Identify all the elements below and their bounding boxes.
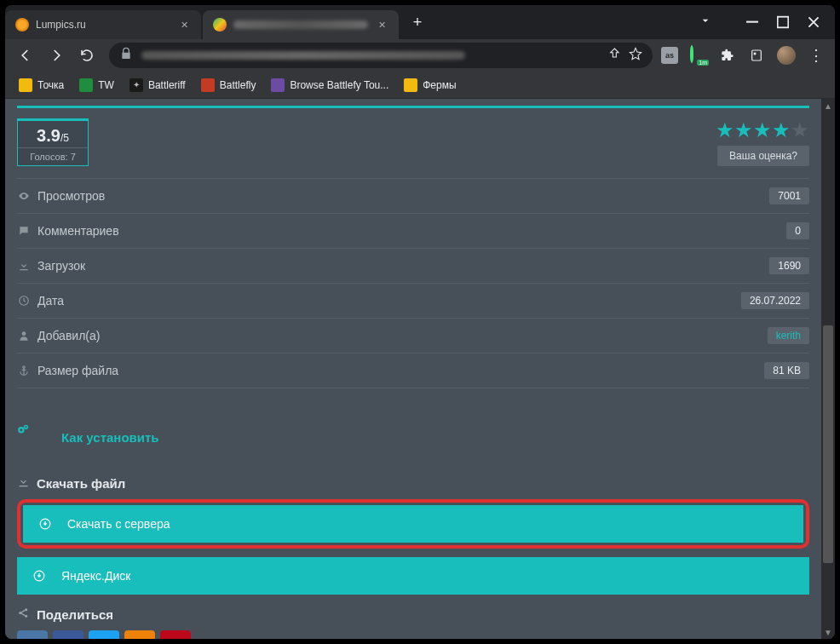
eye-icon <box>17 189 31 203</box>
forward-button[interactable] <box>43 42 70 69</box>
folder-icon <box>404 78 417 92</box>
extension-green[interactable]: 1m <box>690 47 707 64</box>
omnibox[interactable] <box>109 43 653 68</box>
rating-score-box: 3.9/5 Голосов: 7 <box>17 118 89 166</box>
bookmarks-bar: Точка TW ✦ Battleriff Battlefly Browse B… <box>5 72 835 99</box>
tab-title-blurred <box>233 20 368 29</box>
menu-icon[interactable]: ⋮ <box>808 46 825 65</box>
svg-point-5 <box>22 331 26 336</box>
scroll-up-icon[interactable]: ▲ <box>821 99 835 112</box>
svg-point-10 <box>25 426 26 428</box>
info-row-comments: Комментариев 0 <box>17 214 809 249</box>
info-row-filesize: Размер файла 81 KB <box>17 354 809 388</box>
share-icon <box>17 607 30 622</box>
viewport: 3.9/5 Голосов: 7 ★★★★★ Ваша оценка? Прос… <box>5 99 835 639</box>
share-tw-button[interactable] <box>89 630 119 639</box>
download-yandex-button[interactable]: Яндекс.Диск <box>17 557 809 595</box>
window-close-button[interactable] <box>808 16 820 28</box>
bookmark-tw[interactable]: TW <box>72 75 121 95</box>
site-icon <box>271 78 285 92</box>
window-minimize-button[interactable] <box>746 16 758 28</box>
how-install-label: Как установить <box>61 430 159 445</box>
star-icon[interactable]: ★ <box>753 118 772 142</box>
star-icon[interactable]: ★ <box>772 118 791 142</box>
info-list: Просмотров 7001 Комментариев 0 Загрузок … <box>17 178 809 388</box>
tab-close-icon[interactable]: ✕ <box>375 18 388 32</box>
extension-badge[interactable]: as <box>661 47 678 64</box>
tab-close-icon[interactable]: ✕ <box>177 18 191 32</box>
share-vk-button[interactable] <box>17 630 48 639</box>
url-blurred <box>141 51 465 60</box>
favicon-icon <box>15 18 29 32</box>
bookmark-battleriff[interactable]: ✦ Battleriff <box>123 75 193 95</box>
reader-icon[interactable] <box>748 47 765 64</box>
votes-count: Голосов: 7 <box>18 147 88 165</box>
info-value: 7001 <box>769 187 809 204</box>
bookmark-label: Battlefly <box>220 79 256 91</box>
user-icon <box>17 329 31 342</box>
comment-icon <box>17 224 31 238</box>
accent-divider <box>17 106 809 108</box>
bookmark-label: Battleriff <box>148 79 186 91</box>
sheets-icon <box>79 78 93 92</box>
info-row-views: Просмотров 7001 <box>17 178 809 214</box>
chevron-down-icon[interactable] <box>699 14 712 31</box>
bookmark-tochka[interactable]: Точка <box>12 75 71 95</box>
bookmark-label: Фермы <box>423 79 456 91</box>
info-value: 1690 <box>769 257 809 274</box>
social-buttons: f <box>17 630 809 639</box>
bookmark-label: Browse Battlefy Tou... <box>290 79 388 91</box>
vertical-scrollbar[interactable]: ▲ ▼ <box>821 99 835 639</box>
info-row-downloads: Загрузок 1690 <box>17 249 809 284</box>
download-label: Яндекс.Диск <box>61 569 130 583</box>
page-content: 3.9/5 Голосов: 7 ★★★★★ Ваша оценка? Прос… <box>5 99 821 639</box>
download-label: Скачать с сервера <box>67 517 170 531</box>
share-fb-button[interactable]: f <box>53 630 83 639</box>
info-row-author: Добавил(а) kerith <box>17 319 809 354</box>
download-highlight: Скачать с сервера <box>17 499 809 549</box>
download-heading: Скачать файл <box>17 475 809 491</box>
star-icon[interactable]: ★ <box>791 118 809 142</box>
reload-button[interactable] <box>73 42 101 69</box>
site-icon: ✦ <box>129 78 143 92</box>
scroll-down-icon[interactable]: ▼ <box>821 625 835 639</box>
share-icon[interactable] <box>607 47 620 64</box>
bookmark-label: TW <box>98 79 114 91</box>
how-to-install-link[interactable]: Как установить <box>17 423 809 451</box>
star-icon[interactable]: ★ <box>716 118 734 142</box>
bookmark-label: Точка <box>37 79 64 91</box>
back-button[interactable] <box>12 42 39 69</box>
toolbar-icons: as 1m ⋮ <box>661 46 828 65</box>
download-icon <box>17 475 30 491</box>
address-bar: as 1m ⋮ <box>5 39 835 72</box>
lock-icon <box>119 47 133 64</box>
star-rating[interactable]: ★★★★★ <box>716 118 809 142</box>
bookmark-battlefly[interactable]: Battlefly <box>194 75 263 95</box>
svg-rect-1 <box>778 17 789 28</box>
bookmark-battlefy[interactable]: Browse Battlefy Tou... <box>264 75 395 95</box>
tab-title: Lumpics.ru <box>36 19 170 31</box>
folder-icon <box>19 78 32 92</box>
share-ok-button[interactable] <box>124 630 155 639</box>
svg-rect-2 <box>752 50 762 60</box>
svg-rect-3 <box>754 53 757 55</box>
tab-lumpics[interactable]: Lumpics.ru ✕ <box>5 10 201 39</box>
download-server-button[interactable]: Скачать с сервера <box>23 505 803 543</box>
star-icon[interactable] <box>629 47 642 64</box>
bookmark-fermy[interactable]: Фермы <box>397 75 463 95</box>
info-value: 26.07.2022 <box>741 292 809 309</box>
extensions-icon[interactable] <box>719 47 736 64</box>
download-circle-icon <box>31 567 48 584</box>
new-tab-button[interactable]: + <box>406 10 429 34</box>
gears-icon <box>17 423 49 451</box>
profile-avatar[interactable] <box>777 46 796 65</box>
author-link[interactable]: kerith <box>768 327 809 344</box>
scroll-thumb[interactable] <box>823 325 833 563</box>
site-icon <box>201 78 215 92</box>
your-rating-button[interactable]: Ваша оценка? <box>717 146 809 166</box>
share-pin-button[interactable] <box>160 630 191 639</box>
tab-active[interactable]: ✕ <box>203 10 399 39</box>
star-icon[interactable]: ★ <box>734 118 753 142</box>
info-row-date: Дата 26.07.2022 <box>17 284 809 319</box>
window-maximize-button[interactable] <box>777 16 789 28</box>
